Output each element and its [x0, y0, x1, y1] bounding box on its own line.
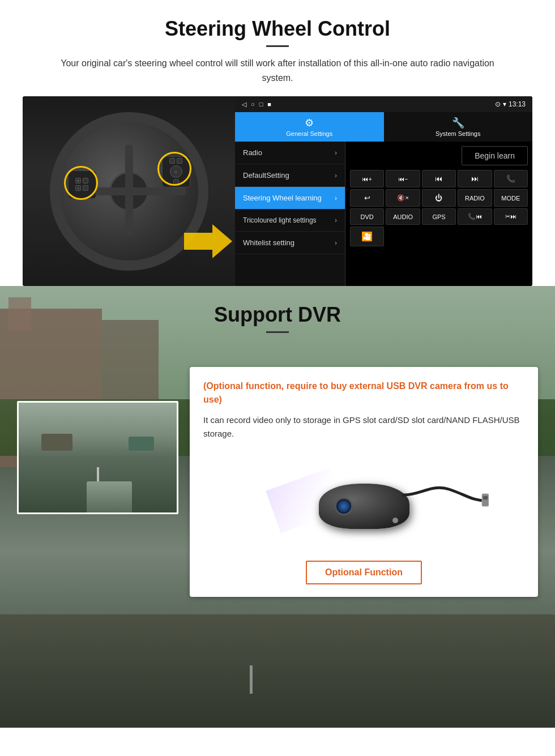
- ctrl-back[interactable]: ↩: [350, 189, 384, 207]
- spoke-vertical: [125, 145, 133, 236]
- steering-section: Steering Wheel Control Your original car…: [0, 0, 555, 286]
- ctrl-gps[interactable]: GPS: [422, 208, 456, 225]
- highlight-circle-left: [64, 166, 98, 200]
- gear-icon: ⚙: [305, 117, 314, 129]
- ctrl-phone-next[interactable]: ✂⏭: [494, 208, 528, 225]
- ctrl-camera[interactable]: 🎦: [350, 227, 384, 246]
- steering-photo: + − ○: [23, 96, 235, 286]
- begin-learn-button[interactable]: Begin learn: [462, 146, 528, 165]
- dvr-title: Support DVR: [23, 303, 532, 327]
- dvr-content-header: Support DVR: [0, 286, 555, 333]
- android-tabs: ⚙ General Settings 🔧 System Settings: [235, 112, 532, 142]
- ctrl-phone[interactable]: 📞: [494, 170, 528, 187]
- clock: 13:13: [509, 100, 526, 108]
- ctrl-prev-track[interactable]: ⏮: [422, 170, 456, 187]
- controls-panel: Begin learn ⏮+ ⏮− ⏮ ⏭ 📞 ↩ 🔇× ⏻ RADIO: [345, 142, 532, 286]
- menu-item-tricoloured[interactable]: Tricoloured light settings ›: [235, 210, 345, 232]
- chevron-icon: ›: [335, 239, 337, 247]
- ctrl-vol-up[interactable]: ⏮+: [350, 170, 384, 187]
- svg-rect-2: [483, 496, 488, 499]
- android-panel: ◁ ○ □ ■ ⊙ ▾ 13:13 ⚙ General Settings: [235, 96, 532, 286]
- highlight-circle-right: [157, 152, 191, 186]
- steering-screenshot: + − ○: [23, 96, 532, 286]
- android-statusbar: ◁ ○ □ ■ ⊙ ▾ 13:13: [235, 96, 532, 112]
- back-icon: ◁: [242, 101, 246, 108]
- tab-system-settings[interactable]: 🔧 System Settings: [384, 112, 533, 142]
- steering-subtitle: Your original car's steering wheel contr…: [45, 56, 510, 85]
- chevron-icon: ›: [335, 149, 337, 157]
- android-content: Radio › DefaultSetting › Steering Wheel …: [235, 142, 532, 286]
- chevron-icon: ›: [335, 172, 337, 180]
- settings-menu: Radio › DefaultSetting › Steering Wheel …: [235, 142, 345, 286]
- dvr-optional-label: (Optional function, require to buy exter…: [203, 379, 524, 407]
- svg-marker-0: [184, 224, 232, 258]
- status-left-icons: ◁ ○ □ ■: [242, 101, 271, 108]
- svg-rect-1: [482, 494, 489, 506]
- ctrl-next-track[interactable]: ⏭: [458, 170, 492, 187]
- location-icon: ⊙: [495, 100, 501, 108]
- title-divider-1: [266, 45, 289, 47]
- optional-function-button[interactable]: Optional Function: [306, 561, 422, 584]
- controls-grid: ⏮+ ⏮− ⏮ ⏭ 📞 ↩ 🔇× ⏻ RADIO MODE DVD AUDIO: [350, 170, 528, 246]
- dvr-camera-area: [203, 450, 524, 552]
- ctrl-power[interactable]: ⏻: [422, 189, 456, 207]
- optional-function-container: Optional Function: [203, 561, 524, 584]
- ctrl-dvd[interactable]: DVD: [350, 208, 384, 225]
- system-icon: 🔧: [452, 117, 464, 129]
- dvr-road-thumbnail: [17, 401, 178, 514]
- menu-item-defaultsetting[interactable]: DefaultSetting ›: [235, 164, 345, 187]
- tab-general-settings[interactable]: ⚙ General Settings: [235, 112, 384, 142]
- menu-item-whitelist[interactable]: Whitelist setting ›: [235, 232, 345, 254]
- dvr-section: Support DVR (Optional function, require …: [0, 286, 555, 728]
- ctrl-mute[interactable]: 🔇×: [386, 189, 420, 207]
- steering-title: Steering Wheel Control: [23, 17, 532, 41]
- chevron-icon: ›: [335, 194, 337, 202]
- menu-item-radio[interactable]: Radio ›: [235, 142, 345, 164]
- menu-icon: ■: [267, 101, 271, 108]
- ctrl-vol-down[interactable]: ⏮−: [386, 170, 420, 187]
- wifi-icon: ▾: [503, 100, 506, 108]
- dvr-lower-content: (Optional function, require to buy exter…: [0, 333, 555, 614]
- dvr-description: It can record video only to storage in G…: [203, 413, 524, 441]
- recent-icon: □: [259, 101, 263, 108]
- dvr-cable: [398, 472, 489, 523]
- menu-item-steering-wheel-learning[interactable]: Steering Wheel learning ›: [235, 187, 345, 210]
- ctrl-radio[interactable]: RADIO: [458, 189, 492, 207]
- yellow-arrow: [178, 221, 235, 261]
- ctrl-phone-prev[interactable]: 📞⏮: [458, 208, 492, 225]
- status-right-icons: ⊙ ▾ 13:13: [495, 100, 526, 108]
- home-icon: ○: [251, 101, 255, 108]
- ctrl-mode[interactable]: MODE: [494, 189, 528, 207]
- begin-learn-row: Begin learn: [350, 146, 528, 165]
- ctrl-audio[interactable]: AUDIO: [386, 208, 420, 225]
- dvr-info-box: (Optional function, require to buy exter…: [190, 367, 538, 597]
- chevron-icon: ›: [335, 216, 337, 224]
